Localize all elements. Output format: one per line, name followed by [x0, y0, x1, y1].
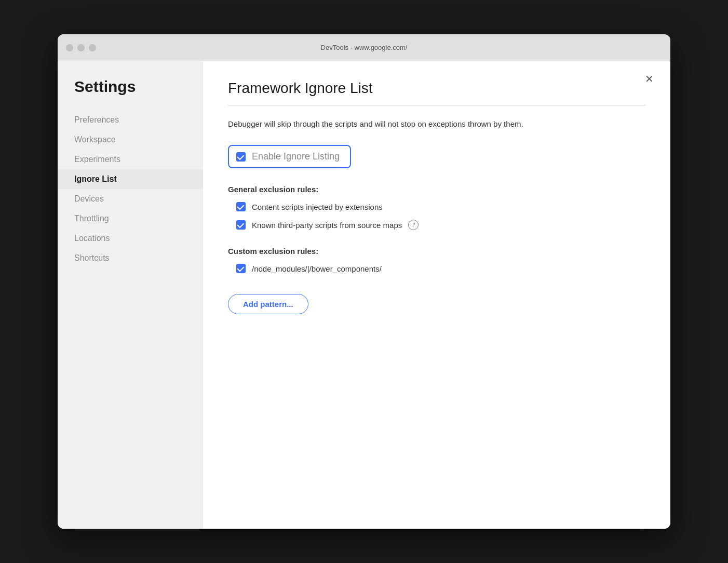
- close-settings-button[interactable]: ✕: [645, 74, 654, 84]
- enable-ignore-listing-checkbox[interactable]: [236, 152, 246, 162]
- main-panel: ✕ Framework Ignore List Debugger will sk…: [203, 61, 670, 529]
- enable-ignore-listing-label: Enable Ignore Listing: [252, 151, 340, 162]
- sidebar-item-devices[interactable]: Devices: [58, 189, 203, 209]
- enable-ignore-listing-container[interactable]: Enable Ignore Listing: [228, 145, 351, 168]
- help-icon[interactable]: ?: [408, 220, 419, 230]
- sidebar-item-locations[interactable]: Locations: [58, 229, 203, 248]
- sidebar-item-experiments[interactable]: Experiments: [58, 150, 203, 169]
- third-party-scripts-label: Known third-party scripts from source ma…: [252, 221, 402, 230]
- app-window: DevTools - www.google.com/ Settings Pref…: [58, 34, 670, 529]
- custom-exclusion-rules-section: Custom exclusion rules: /node_modules/|/…: [228, 247, 645, 273]
- close-window-button[interactable]: [66, 44, 73, 51]
- content-scripts-label: Content scripts injected by extensions: [252, 203, 383, 211]
- maximize-window-button[interactable]: [89, 44, 96, 51]
- titlebar: DevTools - www.google.com/: [58, 34, 670, 61]
- custom-exclusion-label: Custom exclusion rules:: [228, 247, 645, 256]
- minimize-window-button[interactable]: [77, 44, 85, 51]
- page-title: Framework Ignore List: [228, 80, 645, 97]
- rule-item-content-scripts: Content scripts injected by extensions: [228, 202, 645, 211]
- general-exclusion-rules-section: General exclusion rules: Content scripts…: [228, 185, 645, 230]
- sidebar-item-ignore-list[interactable]: Ignore List: [58, 169, 203, 189]
- sidebar-item-shortcuts[interactable]: Shortcuts: [58, 248, 203, 268]
- rule-item-node-modules: /node_modules/|/bower_components/: [228, 264, 645, 273]
- add-pattern-button[interactable]: Add pattern...: [228, 294, 308, 314]
- node-modules-label: /node_modules/|/bower_components/: [252, 264, 382, 273]
- sidebar-item-throttling[interactable]: Throttling: [58, 209, 203, 229]
- sidebar: Settings Preferences Workspace Experimen…: [58, 61, 203, 529]
- third-party-scripts-checkbox[interactable]: [236, 220, 246, 230]
- window-title: DevTools - www.google.com/: [321, 44, 408, 51]
- description-text: Debugger will skip through the scripts a…: [228, 118, 591, 130]
- settings-heading: Settings: [58, 78, 203, 110]
- window-controls: [66, 44, 96, 51]
- sidebar-item-workspace[interactable]: Workspace: [58, 130, 203, 150]
- content-scripts-checkbox[interactable]: [236, 202, 246, 211]
- title-divider: [228, 105, 645, 105]
- node-modules-checkbox[interactable]: [236, 264, 246, 273]
- general-exclusion-label: General exclusion rules:: [228, 185, 645, 194]
- content-area: Settings Preferences Workspace Experimen…: [58, 61, 670, 529]
- sidebar-item-preferences[interactable]: Preferences: [58, 110, 203, 130]
- rule-item-third-party-scripts: Known third-party scripts from source ma…: [228, 220, 645, 230]
